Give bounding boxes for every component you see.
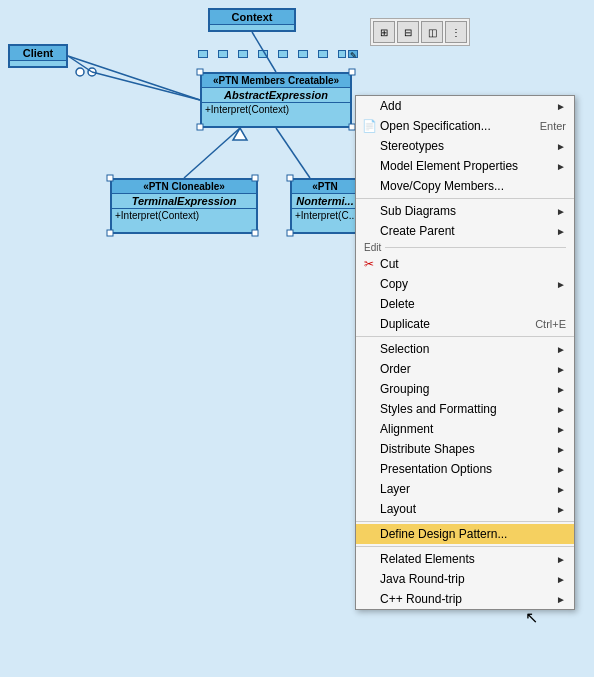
menu-item-grouping[interactable]: Grouping ► (356, 379, 574, 399)
menu-item-model-element-props[interactable]: Model Element Properties ► (356, 156, 574, 176)
menu-item-create-parent-label: Create Parent (380, 224, 455, 238)
divider-4 (356, 546, 574, 547)
menu-item-create-parent[interactable]: Create Parent ► (356, 221, 574, 241)
styles-arrow: ► (556, 404, 566, 415)
menu-item-grouping-label: Grouping (380, 382, 429, 396)
menu-item-copy[interactable]: Copy ► (356, 274, 574, 294)
menu-item-open-spec[interactable]: 📄 Open Specification... Enter (356, 116, 574, 136)
menu-item-open-spec-label: Open Specification... (380, 119, 491, 133)
uml-nonterminal-method: +Interpret(C... (292, 209, 358, 222)
menu-item-cut-label: Cut (380, 257, 399, 271)
cpp-arrow: ► (556, 594, 566, 605)
cursor: ↖ (525, 608, 538, 627)
toolbar-btn-1[interactable]: ⊞ (373, 21, 395, 43)
presentation-arrow: ► (556, 464, 566, 475)
diagram-area: ⊞ ⊟ ◫ ⋮ Context Client ✎ «PTN Members Cr… (0, 0, 594, 677)
menu-item-layout-label: Layout (380, 502, 416, 516)
edit-divider (385, 247, 566, 248)
related-arrow: ► (556, 554, 566, 565)
create-parent-arrow: ► (556, 226, 566, 237)
svg-point-6 (88, 68, 96, 76)
menu-item-layout[interactable]: Layout ► (356, 499, 574, 519)
menu-item-delete-label: Delete (380, 297, 415, 311)
menu-item-cpp-label: C++ Round-trip (380, 592, 462, 606)
copy-arrow: ► (556, 279, 566, 290)
menu-item-layer-label: Layer (380, 482, 410, 496)
uml-box-context[interactable]: Context (208, 8, 296, 32)
toolbar-btn-4[interactable]: ⋮ (445, 21, 467, 43)
menu-item-presentation-label: Presentation Options (380, 462, 492, 476)
edit-group: Edit (356, 241, 574, 254)
menu-item-related-elements[interactable]: Related Elements ► (356, 549, 574, 569)
uml-abstract-expression-name: AbstractExpression (202, 88, 350, 103)
uml-abstract-expression-method: +Interpret(Context) (202, 103, 350, 116)
uml-box-terminal-expression[interactable]: «PTN Cloneable» TerminalExpression +Inte… (110, 178, 258, 234)
menu-item-distribute-shapes[interactable]: Distribute Shapes ► (356, 439, 574, 459)
menu-item-delete[interactable]: Delete (356, 294, 574, 314)
uml-box-context-title: Context (210, 10, 294, 25)
menu-item-cut[interactable]: ✂ Cut (356, 254, 574, 274)
menu-item-sub-diagrams[interactable]: Sub Diagrams ► (356, 201, 574, 221)
svg-line-7 (68, 56, 92, 72)
menu-item-selection-label: Selection (380, 342, 429, 356)
svg-line-8 (92, 72, 200, 100)
menu-item-add-label: Add (380, 99, 401, 113)
menu-item-copy-label: Copy (380, 277, 408, 291)
toolbar-btn-3[interactable]: ◫ (421, 21, 443, 43)
menu-item-layer[interactable]: Layer ► (356, 479, 574, 499)
menu-item-presentation-options[interactable]: Presentation Options ► (356, 459, 574, 479)
uml-box-client[interactable]: Client (8, 44, 68, 68)
menu-item-move-copy[interactable]: Move/Copy Members... (356, 176, 574, 196)
alignment-arrow: ► (556, 424, 566, 435)
cut-icon: ✂ (360, 257, 378, 271)
divider-2 (356, 336, 574, 337)
menu-item-order[interactable]: Order ► (356, 359, 574, 379)
svg-line-0 (68, 56, 200, 100)
context-menu: Add ► 📄 Open Specification... Enter Ster… (355, 95, 575, 610)
grouping-arrow: ► (556, 384, 566, 395)
menu-item-stereotypes[interactable]: Stereotypes ► (356, 136, 574, 156)
uml-terminal-name: TerminalExpression (112, 194, 256, 209)
edit-label-text: Edit (364, 242, 381, 253)
svg-line-4 (276, 128, 310, 178)
model-props-arrow: ► (556, 161, 566, 172)
uml-box-nonterminal[interactable]: «PTN Nontermi... +Interpret(C... (290, 178, 360, 234)
menu-item-duplicate[interactable]: Duplicate Ctrl+E (356, 314, 574, 334)
add-arrow: ► (556, 101, 566, 112)
svg-marker-3 (233, 128, 247, 140)
menu-item-order-label: Order (380, 362, 411, 376)
menu-item-selection[interactable]: Selection ► (356, 339, 574, 359)
menu-item-define-design-pattern[interactable]: Define Design Pattern... (356, 524, 574, 544)
divider-1 (356, 198, 574, 199)
open-spec-shortcut: Enter (540, 120, 566, 132)
distribute-arrow: ► (556, 444, 566, 455)
uml-terminal-stereotype: «PTN Cloneable» (112, 180, 256, 194)
stereotypes-arrow: ► (556, 141, 566, 152)
toolbar-btn-2[interactable]: ⊟ (397, 21, 419, 43)
divider-3 (356, 521, 574, 522)
uml-abstract-expression-stereotype: «PTN Members Creatable» (202, 74, 350, 88)
menu-item-cpp-round-trip[interactable]: C++ Round-trip ► (356, 589, 574, 609)
layer-arrow: ► (556, 484, 566, 495)
uml-box-abstract-expression[interactable]: «PTN Members Creatable» AbstractExpressi… (200, 72, 352, 128)
menu-item-add[interactable]: Add ► (356, 96, 574, 116)
order-arrow: ► (556, 364, 566, 375)
uml-box-client-title: Client (10, 46, 66, 61)
layout-arrow: ► (556, 504, 566, 515)
sub-diagrams-arrow: ► (556, 206, 566, 217)
menu-item-java-round-trip[interactable]: Java Round-trip ► (356, 569, 574, 589)
menu-item-duplicate-label: Duplicate (380, 317, 430, 331)
menu-item-stereotypes-label: Stereotypes (380, 139, 444, 153)
toolbar: ⊞ ⊟ ◫ ⋮ (370, 18, 470, 46)
svg-point-5 (76, 68, 84, 76)
menu-item-styles-formatting[interactable]: Styles and Formatting ► (356, 399, 574, 419)
menu-item-distribute-label: Distribute Shapes (380, 442, 475, 456)
menu-item-alignment[interactable]: Alignment ► (356, 419, 574, 439)
menu-item-design-pattern-label: Define Design Pattern... (380, 527, 507, 541)
menu-item-styles-label: Styles and Formatting (380, 402, 497, 416)
menu-item-sub-diagrams-label: Sub Diagrams (380, 204, 456, 218)
java-arrow: ► (556, 574, 566, 585)
menu-item-move-copy-label: Move/Copy Members... (380, 179, 504, 193)
open-spec-icon: 📄 (360, 119, 378, 133)
menu-item-related-label: Related Elements (380, 552, 475, 566)
